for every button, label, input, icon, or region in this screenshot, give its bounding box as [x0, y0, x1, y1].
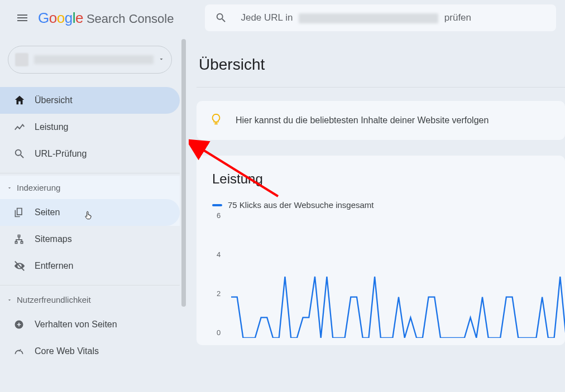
triangle-down-icon [7, 295, 12, 304]
sidebar-item-page-experience[interactable]: Verhalten von Seiten [0, 311, 180, 338]
sidebar-item-removals[interactable]: Entfernen [0, 253, 180, 279]
caret-down-icon [158, 55, 165, 65]
performance-card[interactable]: Leistung 75 Klicks aus der Websuche insg… [197, 156, 565, 345]
y-tick-label: 6 [217, 211, 221, 220]
hint-card[interactable]: Hier kannst du die beliebtesten Inhalte … [197, 101, 565, 140]
hint-text: Hier kannst du die beliebtesten Inhalte … [236, 115, 489, 125]
menu-button[interactable] [9, 4, 36, 31]
y-tick-label: 4 [217, 250, 221, 259]
sidebar-scrollbar[interactable] [180, 36, 189, 392]
sidebar-group-ux[interactable]: Nutzerfreundlichkeit [0, 288, 180, 311]
sidebar-group-label: Indexierung [17, 183, 60, 192]
search-placeholder: Jede URL in prüfen [241, 12, 471, 23]
sidebar-item-label: Seiten [35, 207, 60, 217]
plus-circle-icon [13, 319, 29, 330]
performance-chart: 0246 [217, 215, 552, 338]
cursor-hand-icon [84, 209, 94, 224]
sidebar-item-label: Sitemaps [35, 234, 72, 244]
app-logo: Google Search Console [38, 9, 174, 27]
search-icon [215, 12, 227, 24]
sidebar-item-url-check[interactable]: URL-Prüfung [0, 141, 180, 167]
sidebar-item-label: Entfernen [35, 261, 73, 271]
app-name: Search Console [87, 12, 174, 26]
sidebar-item-pages[interactable]: Seiten [0, 199, 180, 226]
redacted-property [299, 13, 438, 23]
pages-icon [13, 207, 29, 218]
google-word: Google [38, 9, 83, 27]
chart-plot [231, 215, 565, 338]
property-selector[interactable] [8, 46, 172, 74]
scrollbar-thumb[interactable] [181, 39, 186, 307]
main-content: Übersicht Hier kannst du die beliebteste… [190, 36, 565, 392]
redacted-property-name [34, 55, 154, 64]
eye-off-icon [13, 260, 29, 272]
home-icon [13, 94, 29, 107]
lightbulb-icon [210, 113, 222, 128]
y-tick-label: 2 [217, 289, 221, 298]
sidebar-item-label: Core Web Vitals [35, 346, 99, 356]
trend-icon [13, 121, 29, 133]
sidebar-item-core-web-vitals[interactable]: Core Web Vitals [0, 338, 180, 365]
sidebar-group-label: Nutzerfreundlichkeit [17, 295, 91, 304]
hamburger-icon [16, 11, 29, 25]
page-title: Übersicht [197, 56, 565, 88]
legend-swatch [212, 204, 222, 206]
sidebar-item-overview[interactable]: Übersicht [0, 87, 180, 114]
sitemap-icon [13, 234, 29, 245]
speed-icon [13, 346, 29, 357]
sidebar-group-indexing[interactable]: Indexierung [0, 176, 180, 199]
performance-title: Leistung [212, 171, 552, 187]
property-favicon [15, 53, 28, 66]
y-tick-label: 0 [217, 328, 221, 337]
url-inspect-search[interactable]: Jede URL in prüfen [205, 4, 556, 31]
sidebar-item-sitemaps[interactable]: Sitemaps [0, 226, 180, 253]
sidebar: Übersicht Leistung URL-Prüfung [0, 36, 180, 392]
sidebar-item-label: Übersicht [35, 95, 73, 105]
legend-text: 75 Klicks aus der Websuche insgesamt [228, 200, 374, 210]
sidebar-item-label: URL-Prüfung [35, 149, 87, 159]
chart-legend: 75 Klicks aus der Websuche insgesamt [212, 200, 552, 210]
sidebar-item-performance[interactable]: Leistung [0, 114, 180, 141]
search-icon [13, 148, 29, 160]
chart-line [231, 277, 565, 338]
sidebar-item-label: Verhalten von Seiten [35, 320, 117, 330]
triangle-down-icon [7, 183, 12, 192]
sidebar-item-label: Leistung [35, 122, 69, 132]
